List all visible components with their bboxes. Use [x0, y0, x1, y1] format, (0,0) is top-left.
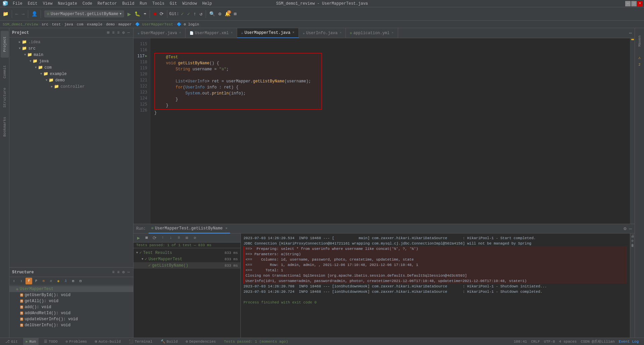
- bottom-indent[interactable]: 4 spaces: [559, 340, 577, 344]
- structure-minimize[interactable]: —: [127, 269, 130, 275]
- menu-git[interactable]: Git: [167, 1, 180, 7]
- tree-item-example[interactable]: ▼ 📁 example: [9, 71, 133, 77]
- menu-file[interactable]: File: [10, 1, 25, 7]
- menu-navigate[interactable]: Navigate: [55, 1, 80, 7]
- bottom-tab-autobuild[interactable]: ⊞ Auto-build: [92, 338, 123, 345]
- struct-item-deluserinfo[interactable]: m delUserInfo(): void: [9, 322, 133, 328]
- structure-settings[interactable]: ⚙: [122, 269, 125, 275]
- git-push[interactable]: ↑: [192, 10, 197, 18]
- struct-item-add[interactable]: m add(): void: [9, 304, 133, 310]
- left-tab-commit[interactable]: Commit: [1, 62, 9, 82]
- bottom-tab-terminal[interactable]: ⬛ Terminal: [126, 338, 155, 345]
- stop-button[interactable]: ■: [152, 10, 157, 18]
- gutter-filter-icon[interactable]: ⊘: [631, 239, 634, 243]
- left-tab-bookmarks[interactable]: Bookmarks: [1, 113, 9, 140]
- struct-btn-collapse[interactable]: ⊟: [77, 278, 84, 284]
- bottom-tab-dependencies[interactable]: ⚙ Dependencies: [183, 338, 219, 345]
- structure-sort-alpha[interactable]: ≡: [111, 269, 115, 275]
- toolbar-updates[interactable]: 🔔 2: [223, 10, 232, 18]
- run-btn-stop[interactable]: ■: [143, 234, 150, 242]
- run-btn-run[interactable]: ▶: [135, 234, 142, 242]
- bottom-event-log[interactable]: Event Log: [619, 340, 639, 344]
- menu-window[interactable]: Window: [180, 1, 200, 7]
- struct-item-getall[interactable]: m getAll(): void: [9, 298, 133, 304]
- bottom-line-endings[interactable]: CRLF: [531, 340, 540, 344]
- test-result-root[interactable]: ▼ ✓ Test Results 833 ms: [133, 250, 240, 256]
- struct-btn-2[interactable]: ↕: [18, 278, 25, 284]
- menu-run[interactable]: Run: [137, 1, 150, 7]
- toolbar-avatar[interactable]: 👤: [30, 10, 39, 18]
- tab-usermapper-java[interactable]: ☕ UserMapper.java ×: [133, 28, 185, 38]
- search-everywhere[interactable]: 🔍: [208, 10, 216, 18]
- breadcrumb-java[interactable]: java: [64, 22, 73, 26]
- breadcrumb-demo[interactable]: demo: [106, 22, 115, 26]
- tree-item-com[interactable]: ▼ 📁 com: [9, 64, 133, 71]
- struct-item-updateuserinfo[interactable]: m updateUserInfo(): void: [9, 316, 133, 322]
- struct-item-getuserbyid[interactable]: m getUserById(): void: [9, 292, 133, 298]
- tab-application-yml[interactable]: ⚙ application.yml ×: [346, 28, 398, 38]
- menu-refactor[interactable]: Refactor: [95, 1, 120, 7]
- toolbar-forward[interactable]: →: [20, 10, 25, 18]
- run-minimize-btn[interactable]: —: [629, 226, 632, 231]
- test-result-class[interactable]: ▼ ✓ UserMapperTest 833 ms: [133, 256, 240, 262]
- tree-item-controller[interactable]: ▶ 📁 controller: [9, 83, 133, 90]
- run-config-selector[interactable]: ⚙ UserMapperTest.getListByName ▼: [44, 10, 124, 17]
- tree-item-java[interactable]: ▼ 📁 java: [9, 58, 133, 64]
- window-maximize[interactable]: □: [631, 1, 637, 6]
- run-btn-expand[interactable]: ⊞: [183, 234, 191, 242]
- toolbar-project-icon[interactable]: 📁: [1, 10, 10, 18]
- console-output[interactable]: 2023-07-03 14:26:20.534 INFO 18468 --- […: [241, 233, 630, 338]
- struct-item-addandretid[interactable]: m addAndRetId(): void: [9, 310, 133, 316]
- bottom-tab-todo[interactable]: ☰ TODO: [41, 338, 60, 345]
- project-toolbar-gear[interactable]: ⚙: [122, 29, 125, 36]
- bottom-tab-run[interactable]: ▶ Run: [23, 338, 39, 345]
- menu-view[interactable]: View: [40, 1, 55, 7]
- left-tab-project[interactable]: Project: [1, 31, 9, 58]
- run-btn-filter[interactable]: ⊘: [191, 234, 199, 242]
- tree-item-idea[interactable]: ▶ 📁 .idea: [9, 39, 133, 45]
- test-result-method[interactable]: ✓ getListByName() 833 ms: [133, 262, 240, 269]
- bottom-tab-problems[interactable]: ⊙ Problems: [63, 338, 90, 345]
- breadcrumb-login[interactable]: 🔷 ⚙ login: [177, 22, 199, 26]
- bottom-tab-git[interactable]: ⎇ Git: [3, 338, 20, 345]
- run-btn-next[interactable]: ↓: [167, 234, 174, 242]
- git-rollback[interactable]: ↺: [198, 10, 204, 18]
- window-close[interactable]: ×: [637, 1, 643, 6]
- menu-help[interactable]: Help: [200, 1, 215, 7]
- gutter-print-icon[interactable]: 🖨: [631, 234, 634, 238]
- breadcrumb-project[interactable]: SSM_demo1_review: [3, 22, 38, 26]
- struct-btn-expand[interactable]: ⊞: [70, 278, 76, 284]
- bottom-encoding[interactable]: UTF-8: [544, 340, 555, 344]
- run-btn-rerun[interactable]: ⟳: [151, 234, 158, 242]
- debug-button[interactable]: 🐛: [133, 10, 142, 18]
- breadcrumb-com[interactable]: com: [77, 22, 84, 26]
- tab-close-usermapper-java[interactable]: ×: [179, 31, 181, 35]
- toolbar-settings[interactable]: ⚙: [217, 10, 222, 18]
- coverage-button[interactable]: ☂: [142, 10, 148, 18]
- breadcrumb-usermappertest[interactable]: 🔷 UserMapperTest: [135, 22, 173, 26]
- toolbar-expand[interactable]: ⊞: [232, 10, 238, 18]
- tab-more-button[interactable]: ⋯: [627, 30, 635, 36]
- left-tab-structure[interactable]: Structure: [1, 86, 9, 109]
- project-toolbar-minimize[interactable]: —: [127, 30, 130, 36]
- run-button[interactable]: ▶: [126, 9, 132, 19]
- breadcrumb-src[interactable]: src: [42, 22, 48, 26]
- toolbar-more-run[interactable]: ⟳: [158, 10, 165, 18]
- menu-edit[interactable]: Edit: [25, 1, 40, 7]
- tree-item-main[interactable]: ▼ 📁 main: [9, 52, 133, 58]
- git-commit[interactable]: ✓: [186, 10, 191, 18]
- tab-usermappertest-java[interactable]: ☕ UserMapperTest.java ×: [237, 28, 299, 38]
- struct-btn-1[interactable]: ↕: [11, 278, 17, 284]
- code-content[interactable]: @Test void getListByName() { String user…: [150, 38, 630, 224]
- tree-item-src[interactable]: ▼ 📁 src: [9, 45, 133, 52]
- tab-close-usermappertest-java[interactable]: ×: [292, 31, 294, 34]
- toolbar-back[interactable]: ←: [14, 10, 19, 18]
- bottom-line-col[interactable]: 108:41: [514, 340, 527, 344]
- menu-code[interactable]: Code: [80, 1, 95, 7]
- struct-btn-filter[interactable]: ⊘: [48, 278, 54, 284]
- struct-btn-fields[interactable]: f: [25, 278, 32, 284]
- project-toolbar-expand-all[interactable]: ≡: [111, 30, 115, 36]
- struct-btn-methods[interactable]: m: [40, 278, 47, 284]
- run-btn-pause[interactable]: ↑: [159, 234, 166, 242]
- struct-item-class[interactable]: ⊕ UserMapperTest: [9, 286, 133, 292]
